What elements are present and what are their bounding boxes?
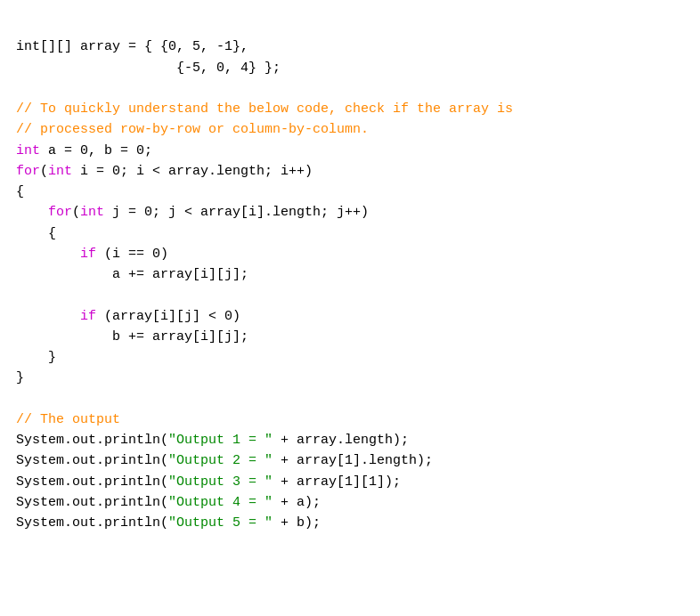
code-text: b += array[i][j]; bbox=[16, 329, 248, 344]
code-string: "Output 3 = " bbox=[168, 474, 273, 490]
code-text: System.out.println( bbox=[16, 495, 168, 510]
code-text bbox=[16, 247, 80, 262]
code-text: + array[1].length); bbox=[273, 453, 433, 468]
code-text: ( bbox=[40, 164, 48, 179]
code-comment: // processed row-by-row or column-by-col… bbox=[16, 122, 369, 137]
code-text: System.out.println( bbox=[16, 474, 168, 490]
code-text: { bbox=[16, 226, 56, 241]
code-comment: // To quickly understand the below code,… bbox=[16, 101, 513, 117]
code-text: System.out.println( bbox=[16, 515, 168, 531]
code-text: {-5, 0, 4} }; bbox=[16, 61, 281, 76]
code-text: i = 0; i < array.length; i++) bbox=[72, 164, 313, 179]
code-text: [][] array = { {0, 5, -1}, bbox=[40, 39, 248, 54]
code-text: System.out.println( bbox=[16, 433, 168, 448]
code-string: "Output 1 = " bbox=[168, 433, 273, 448]
code-text: + b); bbox=[273, 515, 321, 531]
code-comment: // The output bbox=[16, 412, 120, 427]
code-text: int bbox=[16, 39, 40, 54]
code-text: + array[1][1]); bbox=[273, 474, 401, 490]
code-keyword: for bbox=[48, 205, 72, 220]
code-text: + a); bbox=[273, 495, 321, 510]
code-keyword: for bbox=[16, 164, 40, 179]
code-text: (array[i][j] < 0) bbox=[96, 309, 240, 324]
code-keyword: if bbox=[80, 309, 96, 324]
code-text bbox=[16, 309, 80, 324]
code-string: "Output 5 = " bbox=[168, 515, 273, 531]
code-text: (i == 0) bbox=[96, 247, 168, 262]
code-text bbox=[16, 205, 48, 220]
code-text: a = 0, b = 0; bbox=[40, 143, 152, 158]
code-keyword: if bbox=[80, 247, 96, 262]
code-keyword: int bbox=[48, 164, 72, 179]
code-block: int[][] array = { {0, 5, -1}, {-5, 0, 4}… bbox=[16, 16, 684, 555]
line-1: int[][] array = { {0, 5, -1}, {-5, 0, 4}… bbox=[16, 39, 513, 531]
code-text: ( bbox=[72, 205, 80, 220]
code-keyword: int bbox=[80, 205, 104, 220]
code-text: } bbox=[16, 350, 56, 365]
code-text: + array.length); bbox=[273, 433, 409, 448]
code-text: j = 0; j < array[i].length; j++) bbox=[104, 205, 369, 220]
code-text: a += array[i][j]; bbox=[16, 267, 248, 282]
code-string: "Output 4 = " bbox=[168, 495, 273, 510]
code-string: "Output 2 = " bbox=[168, 453, 273, 468]
code-text: } bbox=[16, 370, 24, 385]
code-text: System.out.println( bbox=[16, 453, 168, 468]
code-text: { bbox=[16, 184, 24, 199]
code-keyword: int bbox=[16, 143, 40, 158]
